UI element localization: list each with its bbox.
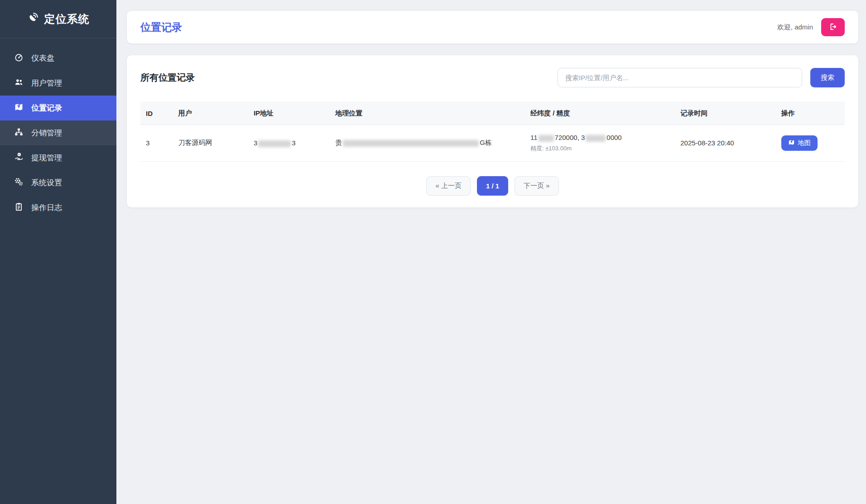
- cell-user: 刀客源码网: [173, 125, 248, 162]
- table-header-row: ID 用户 IP地址 地理位置 经纬度 / 精度 记录时间 操作: [140, 102, 845, 125]
- redacted-ip: [258, 140, 291, 147]
- coords-line: 11720000, 30000: [530, 134, 669, 142]
- table-row: 3 刀客源码网 33 贵G栋 11720000, 30000 精度: ±103.…: [140, 125, 845, 162]
- hand-dollar-icon: [14, 152, 24, 164]
- logout-button[interactable]: [821, 18, 845, 36]
- map-button-label: 地图: [798, 139, 811, 147]
- topbar: 位置记录 欢迎, admin: [127, 11, 858, 43]
- col-header-ip: IP地址: [248, 102, 330, 125]
- redacted-coord-1: [539, 135, 554, 142]
- sidebar-item-dashboard[interactable]: 仪表盘: [0, 46, 116, 71]
- col-header-time: 记录时间: [675, 102, 775, 125]
- search-button[interactable]: 搜索: [810, 68, 845, 87]
- sidebar-item-label: 用户管理: [31, 78, 62, 88]
- gears-icon: [14, 177, 24, 189]
- cell-ip: 33: [248, 125, 330, 162]
- sidebar-item-location-records[interactable]: 位置记录: [0, 96, 116, 120]
- users-icon: [14, 77, 24, 89]
- sidebar-item-label: 位置记录: [31, 103, 62, 113]
- sidebar-item-logs[interactable]: 操作日志: [0, 195, 116, 220]
- cell-time: 2025-08-23 20:40: [675, 125, 775, 162]
- col-header-actions: 操作: [776, 102, 845, 125]
- map-button[interactable]: 地图: [781, 135, 818, 151]
- sidebar-item-label: 分销管理: [31, 128, 62, 138]
- sitemap-icon: [14, 127, 24, 139]
- card-title: 所有位置记录: [140, 72, 195, 84]
- sidebar-item-settings[interactable]: 系统设置: [0, 170, 116, 195]
- map-location-icon: [14, 102, 24, 114]
- app-logo: 定位系统: [0, 0, 116, 38]
- next-page-button[interactable]: 下一页 »: [515, 176, 559, 196]
- col-header-location: 地理位置: [330, 102, 525, 125]
- cell-location: 贵G栋: [330, 125, 525, 162]
- topbar-right: 欢迎, admin: [777, 18, 845, 36]
- sidebar-item-withdrawal[interactable]: 提现管理: [0, 145, 116, 170]
- redacted-location: [343, 140, 479, 147]
- sidebar-item-label: 仪表盘: [31, 53, 54, 63]
- records-table: ID 用户 IP地址 地理位置 经纬度 / 精度 记录时间 操作 3 刀客源码网…: [140, 102, 845, 162]
- main-area: 位置记录 欢迎, admin 所有位置记录 搜索: [116, 0, 866, 504]
- map-icon: [788, 139, 795, 147]
- sidebar-nav: 仪表盘 用户管理 位置记录: [0, 46, 116, 220]
- records-card-header: 所有位置记录 搜索: [140, 68, 845, 87]
- cell-coords: 11720000, 30000 精度: ±103.00m: [525, 125, 675, 162]
- col-header-coords: 经纬度 / 精度: [525, 102, 675, 125]
- cell-actions: 地图: [776, 125, 845, 162]
- cell-id: 3: [140, 125, 173, 162]
- welcome-text: 欢迎, admin: [777, 23, 813, 32]
- redacted-coord-2: [586, 135, 606, 142]
- sidebar-item-label: 系统设置: [31, 178, 62, 188]
- search-input[interactable]: [558, 68, 802, 87]
- sidebar-item-label: 操作日志: [31, 202, 62, 213]
- sidebar-item-users[interactable]: 用户管理: [0, 71, 116, 96]
- accuracy-text: 精度: ±103.00m: [530, 144, 669, 153]
- sidebar: 定位系统 仪表盘 用户管理: [0, 0, 116, 504]
- satellite-dish-icon: [27, 12, 39, 26]
- col-header-id: ID: [140, 102, 173, 125]
- page-title: 位置记录: [140, 20, 182, 34]
- gauge-icon: [14, 53, 24, 64]
- sidebar-item-distribution[interactable]: 分销管理: [0, 120, 116, 145]
- col-header-user: 用户: [173, 102, 248, 125]
- pagination: « 上一页 1 / 1 下一页 »: [140, 176, 845, 196]
- clipboard-icon: [14, 202, 24, 214]
- sidebar-item-label: 提现管理: [31, 153, 62, 163]
- app-title: 定位系统: [44, 12, 90, 26]
- sign-out-icon: [829, 23, 837, 32]
- records-card: 所有位置记录 搜索 ID 用户 IP地址 地理位置 经纬度 / 精度 记录时间: [127, 55, 858, 207]
- prev-page-button[interactable]: « 上一页: [426, 176, 471, 196]
- current-page-indicator[interactable]: 1 / 1: [477, 176, 508, 196]
- search-area: 搜索: [558, 68, 845, 87]
